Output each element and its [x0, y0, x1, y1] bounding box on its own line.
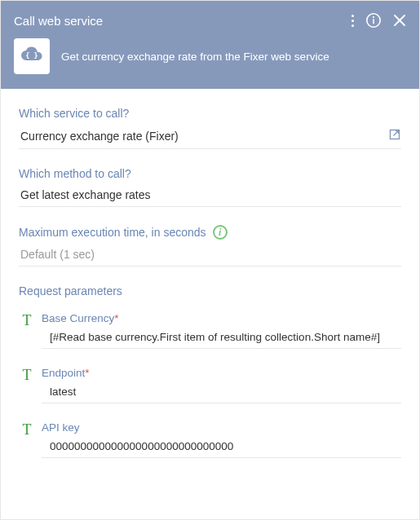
timeout-label-text: Maximum execution time, in seconds	[19, 226, 206, 239]
timeout-label: Maximum execution time, in seconds i	[19, 225, 401, 240]
svg-point-1	[373, 16, 374, 18]
param-label-text: API key	[42, 421, 80, 434]
text-type-icon: T	[19, 421, 35, 437]
timeout-value: Default (1 sec)	[20, 248, 95, 261]
param-label: Endpoint*	[42, 367, 401, 379]
dialog-subtitle: Get currency exchange rate from the Fixe…	[61, 51, 329, 63]
header-sub: { } Get currency exchange rate from the …	[14, 38, 406, 74]
param-value-input[interactable]: [#Read base currency.First item of resul…	[42, 331, 401, 349]
open-external-icon[interactable]	[388, 128, 401, 143]
svg-rect-2	[373, 19, 374, 24]
method-field[interactable]: Get latest exchange rates	[19, 188, 401, 207]
param-label: API key	[42, 421, 401, 434]
more-icon[interactable]	[351, 13, 354, 28]
param-api-key: T API key 000000000000000000000000000000	[19, 421, 401, 471]
info-icon[interactable]	[365, 12, 382, 29]
close-icon[interactable]	[393, 14, 406, 27]
dialog-title: Call web service	[14, 14, 103, 28]
text-type-icon: T	[19, 367, 35, 382]
service-label: Which service to call?	[19, 107, 401, 120]
dialog-header: Call web service	[1, 1, 419, 89]
param-value-input[interactable]: latest	[42, 386, 401, 403]
required-marker: *	[85, 367, 89, 379]
required-marker: *	[114, 312, 118, 324]
param-base-currency: T Base Currency* [#Read base currency.Fi…	[19, 312, 401, 362]
titlebar: Call web service	[14, 12, 406, 29]
method-label: Which method to call?	[19, 167, 401, 180]
timeout-field[interactable]: Default (1 sec)	[19, 248, 401, 267]
service-value: Currency exchange rate (Fixer)	[20, 130, 179, 143]
dialog-body: Which service to call? Currency exchange…	[1, 89, 419, 484]
element-icon-tile: { }	[14, 38, 50, 74]
request-params-title: Request parameters	[19, 284, 401, 297]
method-value: Get latest exchange rates	[20, 188, 151, 201]
text-type-icon: T	[19, 312, 35, 328]
param-endpoint: T Endpoint* latest	[19, 367, 401, 416]
param-value-input[interactable]: 000000000000000000000000000000	[42, 440, 401, 458]
service-field[interactable]: Currency exchange rate (Fixer)	[19, 128, 401, 149]
param-label-text: Endpoint	[42, 367, 85, 379]
param-label: Base Currency*	[42, 312, 401, 324]
info-icon[interactable]: i	[213, 225, 228, 240]
title-actions	[351, 12, 406, 29]
param-label-text: Base Currency	[42, 312, 114, 324]
cloud-code-icon: { }	[20, 46, 44, 66]
svg-text:{ }: { }	[25, 51, 38, 59]
